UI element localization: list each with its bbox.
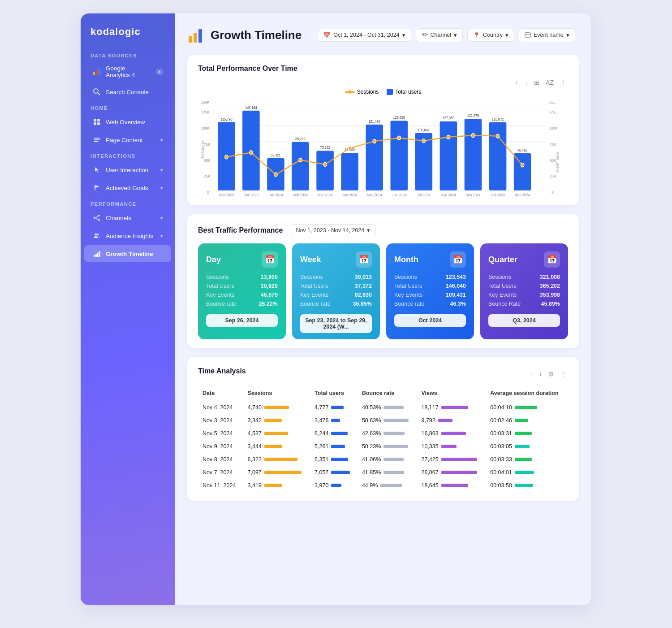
day-date-badge: Sep 26, 2024 — [206, 314, 278, 327]
col-views: Views — [417, 387, 486, 401]
svg-text:127,382: 127,382 — [443, 116, 455, 121]
table-toolbar: ↑ ↓ ⊞ ⋮ — [528, 369, 568, 378]
svg-text:Mar 2024: Mar 2024 — [318, 192, 332, 196]
sidebar-item-search-console[interactable]: Search Console — [84, 83, 171, 100]
traffic-card-month: Month 📅 Sessions 123,543 Total Users 146… — [386, 243, 474, 339]
cell-date: Nov 5, 2024 — [198, 427, 243, 440]
sidebar-item-web-overview-label: Web Overview — [106, 119, 145, 126]
week-events-value: 82,630 — [355, 292, 372, 298]
week-card-header: Week 📅 — [300, 251, 372, 268]
sidebar-item-web-overview[interactable]: Web Overview — [84, 113, 171, 130]
cell-views: 27,425 — [417, 453, 486, 466]
cell-views: 18,117 — [417, 401, 486, 414]
week-users-value: 37,372 — [355, 283, 372, 289]
svg-line-4 — [98, 93, 100, 95]
filter-event[interactable]: Event name ▾ — [519, 28, 575, 42]
cell-avg-duration: 00:03:50 — [486, 479, 568, 492]
sidebar-item-page-content[interactable]: Page Content ▾ — [84, 131, 171, 148]
page-title: Growth Timeline — [211, 28, 302, 42]
dot-nov-2023 — [225, 155, 228, 159]
search-console-icon — [92, 87, 101, 96]
quarter-bounce-row: Bounce Rate 45.89% — [488, 301, 560, 307]
svg-rect-2 — [99, 68, 100, 75]
svg-text:105,847: 105,847 — [418, 128, 430, 132]
total-performance-card: Total Performance Over Time ↑ ↓ ⊞ AZ ⋮ S… — [187, 55, 579, 205]
svg-text:Jan 2024: Jan 2024 — [268, 192, 283, 196]
chart-down-btn[interactable]: ↓ — [523, 78, 530, 87]
filter-date[interactable]: 📅 Oct 1, 2024 - Oct 31, 2024 ▾ — [318, 29, 411, 42]
legend-total-users-label: Total users — [395, 89, 421, 95]
performance-chart-svg: 0 25K 50K 75K 100K 125K 150K 0 25K 50K 7… — [198, 98, 568, 196]
svg-rect-26 — [198, 29, 202, 43]
filter-channel[interactable]: Channel ▾ — [416, 28, 463, 42]
google-analytics-badge: • — [156, 69, 163, 75]
filter-event-label: Event name — [534, 32, 564, 38]
filter-country[interactable]: 📍 Country ▾ — [467, 29, 514, 42]
dot-nov-2024 — [521, 163, 524, 167]
traffic-date-filter[interactable]: Nov 1, 2023 - Nov 14, 2024 ▾ — [290, 224, 376, 236]
quarter-sessions-value: 321,008 — [540, 274, 560, 280]
svg-rect-7 — [94, 122, 96, 125]
table-more-btn[interactable]: ⋮ — [558, 369, 568, 378]
svg-text:Jul 2024: Jul 2024 — [417, 192, 431, 196]
cell-total-users: 4,777 — [310, 401, 358, 414]
svg-rect-1 — [96, 70, 98, 75]
sidebar-item-growth-timeline-label: Growth Timeline — [106, 251, 153, 257]
sidebar-item-channels[interactable]: Channels ▾ — [84, 209, 171, 226]
svg-rect-34 — [528, 32, 529, 33]
cell-total-users: 7,057 — [310, 466, 358, 479]
svg-text:15...: 15... — [549, 100, 556, 105]
chart-expand-btn[interactable]: ⊞ — [532, 78, 541, 87]
svg-rect-20 — [94, 255, 95, 257]
chart-sort-btn[interactable]: AZ — [544, 78, 556, 87]
cell-total-users: 5,261 — [310, 440, 358, 453]
cell-views: 9,792 — [417, 414, 486, 427]
sidebar-item-growth-timeline[interactable]: Growth Timeline — [84, 245, 171, 262]
svg-text:25K: 25K — [204, 174, 211, 179]
channel-icon — [422, 31, 428, 39]
calendar-icon: 📅 — [323, 32, 331, 39]
event-icon — [525, 31, 531, 39]
flag-icon — [92, 183, 101, 192]
week-sessions-label: Sessions — [300, 274, 323, 280]
day-calendar-icon: 📅 — [262, 251, 278, 268]
sidebar-item-audience-insights[interactable]: Audience Insights ▾ — [84, 227, 171, 244]
svg-rect-23 — [99, 251, 100, 257]
svg-rect-32 — [525, 33, 530, 37]
cell-views: 18,645 — [417, 479, 486, 492]
svg-text:50K: 50K — [204, 158, 211, 163]
table-up-btn[interactable]: ↑ — [528, 369, 534, 378]
chart-icon — [92, 67, 101, 76]
share-icon — [92, 213, 101, 222]
svg-rect-0 — [93, 72, 95, 75]
day-bounce-value: 26.22% — [259, 301, 278, 307]
filter-country-label: Country — [483, 32, 503, 38]
week-sessions-value: 39,013 — [355, 274, 372, 280]
col-avg-duration: Average session duration — [486, 387, 568, 401]
svg-text:59,321: 59,321 — [271, 153, 281, 157]
traffic-header: Best Traffic Performance Nov 1, 2023 - N… — [198, 224, 568, 236]
table-export-btn[interactable]: ⊞ — [547, 369, 556, 378]
cell-date: Nov 4, 2024 — [198, 401, 243, 414]
chart-up-btn[interactable]: ↑ — [513, 78, 520, 87]
user-interaction-chevron-icon: ▾ — [160, 167, 163, 173]
filter-date-arrow: ▾ — [402, 32, 405, 39]
svg-text:147,164: 147,164 — [245, 106, 257, 110]
sessions-line-icon — [345, 91, 355, 93]
sidebar-item-google-analytics[interactable]: Google Analytics 4 • — [84, 61, 171, 82]
col-total-users: Total users — [310, 387, 358, 401]
chart-more-btn[interactable]: ⋮ — [558, 78, 568, 87]
quarter-date-badge: Q3, 2024 — [488, 314, 560, 327]
sidebar-item-achieved-goals[interactable]: Achieved Goals ▾ — [84, 179, 171, 196]
sidebar-item-achieved-goals-label: Achieved Goals — [106, 185, 148, 191]
table-down-btn[interactable]: ↓ — [537, 369, 544, 378]
svg-point-15 — [94, 217, 95, 219]
location-icon: 📍 — [473, 32, 480, 39]
best-traffic-card: Best Traffic Performance Nov 1, 2023 - N… — [187, 214, 579, 348]
bar-oct-2024 — [489, 122, 507, 190]
sidebar-item-user-interaction[interactable]: User Interaction ▾ — [84, 161, 171, 178]
month-users-value: 146,040 — [446, 283, 466, 289]
cell-bounce-rate: 42.63% — [358, 427, 417, 440]
svg-rect-11 — [94, 141, 98, 142]
quarter-events-value: 353,998 — [540, 292, 560, 298]
